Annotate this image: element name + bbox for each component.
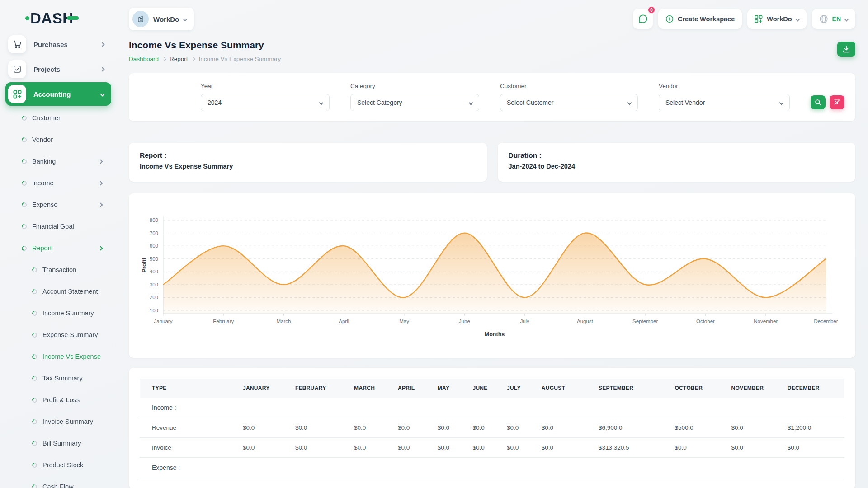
download-button[interactable]: [837, 42, 855, 57]
breadcrumb-dashboard[interactable]: Dashboard: [129, 56, 159, 62]
workspace-selector[interactable]: WorkDo: [129, 8, 194, 30]
table-row-invoice: Invoice$0.0$0.0$0.0$0.0$0.0$0.0$0.0$0.0$…: [140, 438, 844, 458]
clipboard-check-icon: [8, 60, 26, 78]
bullet-icon: [31, 310, 38, 316]
sidebar-item-product-stock[interactable]: Product Stock: [5, 454, 111, 476]
sidebar-item-transaction[interactable]: Transaction: [5, 259, 111, 281]
row-value: $0.0: [466, 418, 500, 438]
chevron-right-icon: [99, 181, 103, 185]
sidebar-item-label: Income Summary: [42, 310, 94, 317]
workspace-menu-button[interactable]: WorkDo: [747, 9, 806, 29]
sidebar-item-banking[interactable]: Banking: [5, 150, 111, 172]
summary-cards: Report : Income Vs Expense Summary Durat…: [129, 143, 855, 182]
category-select-value: Select Category: [357, 99, 402, 106]
chevron-right-icon: [99, 202, 103, 207]
svg-text:800: 800: [150, 217, 158, 223]
sidebar-menu: PurchasesProjectsAccountingCustomerVendo…: [5, 33, 111, 488]
table-row-revenue: Revenue$0.0$0.0$0.0$0.0$0.0$0.0$0.0$0.0$…: [140, 418, 844, 438]
language-label: EN: [832, 15, 841, 23]
topbar: WorkDo 0 Create Workspace: [129, 0, 855, 33]
sidebar-item-invoice-summary[interactable]: Invoice Summary: [5, 411, 111, 432]
sidebar-item-expense-summary[interactable]: Expense Summary: [5, 324, 111, 346]
year-select[interactable]: 2024: [201, 94, 330, 111]
sidebar-item-accounting[interactable]: Accounting: [5, 82, 111, 106]
sidebar-item-report[interactable]: Report: [5, 237, 111, 259]
category-label: Category: [350, 83, 479, 89]
svg-text:May: May: [399, 319, 409, 324]
row-value: $0.0: [431, 438, 467, 458]
svg-text:500: 500: [150, 256, 158, 262]
app-logo[interactable]: DASH: [25, 8, 111, 28]
row-value: $0.0: [668, 438, 725, 458]
row-type: Revenue: [140, 418, 236, 438]
table-column-header-february: FEBRUARY: [289, 379, 348, 398]
sidebar-item-financial-goal[interactable]: Financial Goal: [5, 216, 111, 237]
vendor-select[interactable]: Select Vendor: [659, 94, 790, 111]
sidebar-item-customer[interactable]: Customer: [5, 107, 111, 129]
page-header: Income Vs Expense Summary Dashboard Repo…: [129, 40, 855, 62]
sidebar-item-cash-flow[interactable]: Cash Flow: [5, 476, 111, 488]
bullet-icon: [31, 461, 38, 468]
sidebar-item-account-statement[interactable]: Account Statement: [5, 281, 111, 302]
category-select[interactable]: Select Category: [350, 94, 479, 111]
filter-card: Year 2024 Category Select Category Custo…: [129, 73, 855, 121]
svg-text:600: 600: [150, 243, 158, 249]
sidebar-item-projects[interactable]: Projects: [5, 57, 111, 81]
create-workspace-label: Create Workspace: [678, 15, 735, 23]
customer-select[interactable]: Select Customer: [500, 94, 638, 111]
breadcrumb-report[interactable]: Report: [170, 56, 188, 62]
sidebar-item-income-vs-expense[interactable]: Income Vs Expense: [5, 346, 111, 367]
chevron-right-icon: [99, 246, 103, 250]
table-column-header-may: MAY: [431, 379, 467, 398]
language-selector[interactable]: EN: [812, 9, 855, 29]
bullet-icon: [31, 396, 38, 403]
chevron-down-icon: [627, 100, 632, 105]
chevron-right-icon: [100, 42, 105, 47]
bullet-icon: [21, 244, 28, 251]
sidebar-item-bill-summary[interactable]: Bill Summary: [5, 432, 111, 454]
sidebar-item-purchases[interactable]: Purchases: [5, 33, 111, 56]
sidebar-item-expense[interactable]: Expense: [5, 194, 111, 216]
table-column-header-december: DECEMBER: [781, 379, 844, 398]
create-workspace-button[interactable]: Create Workspace: [658, 9, 742, 29]
cart-icon: [8, 35, 26, 53]
sidebar-item-label: Purchases: [33, 41, 68, 48]
sidebar-item-income-summary[interactable]: Income Summary: [5, 302, 111, 324]
bullet-icon: [31, 266, 38, 273]
chevron-down-icon: [319, 100, 324, 105]
row-value: $0.0: [236, 418, 289, 438]
sidebar-item-vendor[interactable]: Vendor: [5, 129, 111, 150]
logo-dash-icon: [67, 16, 79, 20]
chart-card: 100200300400500600700800JanuaryFebruaryM…: [129, 193, 855, 358]
table-section-row-expense: Expense :: [140, 458, 844, 478]
apply-filter-button[interactable]: [811, 95, 826, 109]
chevron-down-icon: [469, 100, 473, 105]
row-value: $313,320.5: [592, 438, 669, 458]
table-section-label: Income :: [140, 398, 844, 418]
bullet-icon: [21, 136, 28, 143]
vendor-select-value: Select Vendor: [665, 99, 705, 106]
sidebar-item-label: Projects: [33, 66, 60, 73]
duration-card-title: Duration :: [509, 151, 845, 160]
sidebar-item-tax-summary[interactable]: Tax Summary: [5, 367, 111, 389]
sidebar-item-label: Invoice Summary: [42, 418, 93, 425]
globe-icon: [819, 14, 828, 23]
sidebar-item-income[interactable]: Income: [5, 172, 111, 194]
table-header-row: TYPEJANUARYFEBRUARYMARCHAPRILMAYJUNEJULY…: [140, 379, 844, 398]
messages-badge: 0: [647, 6, 656, 14]
sidebar-item-label: Bill Summary: [42, 440, 81, 447]
reset-filter-button[interactable]: [830, 95, 844, 109]
svg-text:February: February: [213, 319, 234, 324]
sidebar-item-label: Cash Flow: [42, 483, 74, 488]
filter-off-icon: [834, 99, 840, 106]
sidebar-item-label: Expense: [32, 201, 57, 208]
customer-label: Customer: [500, 83, 638, 89]
workspace-menu-label: WorkDo: [767, 15, 792, 23]
year-label: Year: [201, 83, 330, 89]
sidebar-item-label: Financial Goal: [32, 223, 74, 230]
svg-text:August: August: [577, 319, 594, 324]
sidebar-item-profit-loss[interactable]: Profit & Loss: [5, 389, 111, 411]
report-card-title: Report :: [140, 151, 476, 160]
messages-button[interactable]: 0: [633, 9, 653, 29]
logo-dot-icon: [25, 16, 29, 20]
